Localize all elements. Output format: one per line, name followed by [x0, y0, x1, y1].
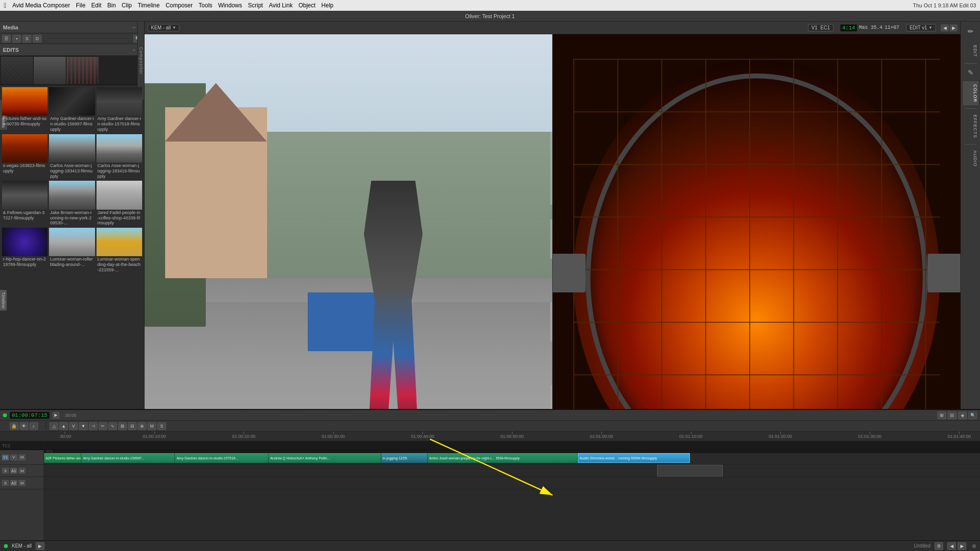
- media-detail-view[interactable]: D: [33, 35, 42, 43]
- kem-label: KEM - all: [12, 543, 32, 549]
- bottom-circle-btn[interactable]: [972, 544, 976, 548]
- edit-thumb-2[interactable]: [34, 57, 66, 84]
- menu-tools[interactable]: Tools: [198, 2, 212, 9]
- clip-jog[interactable]: m-jogging-1225i: [381, 453, 428, 463]
- media-minimize[interactable]: −: [132, 24, 136, 31]
- tl-zoom[interactable]: 🔍: [968, 411, 977, 419]
- tl-splice-btn[interactable]: V: [69, 422, 78, 430]
- menu-timeline[interactable]: Timeline: [138, 2, 160, 9]
- edits-title: EDITS: [3, 47, 19, 53]
- clip-amy2[interactable]: Amy Gardner-dancer-in-studio-157018...: [175, 453, 269, 463]
- media-item-0[interactable]: Pictures-father-and-son-90735-filmsupply: [2, 87, 48, 133]
- media-item-11[interactable]: Lumixar-woman-spending-day-at-the-beach-…: [97, 228, 142, 273]
- a1-mute[interactable]: M: [19, 468, 25, 474]
- edit-pencil-icon[interactable]: ✏: [965, 25, 977, 37]
- media-item-6[interactable]: & Fellows-ugandan-37227-filmsupply: [2, 181, 48, 226]
- tl-audio-btn[interactable]: ♪: [29, 422, 38, 430]
- media-list-view[interactable]: ☰: [2, 35, 11, 43]
- color-pencil-icon[interactable]: ✎: [965, 67, 977, 78]
- media-search[interactable]: [45, 38, 132, 40]
- media-item-4[interactable]: Carlos Asse-woman-jogging-183413-filmsup…: [49, 134, 95, 180]
- a2-mute[interactable]: M: [19, 480, 25, 486]
- bottom-next-btn[interactable]: ▶: [957, 542, 966, 550]
- edit-thumb-1[interactable]: [1, 57, 33, 84]
- media-item-2[interactable]: Amy Gardner-dancer-in-studio-157018-film…: [97, 87, 142, 133]
- a1-sync[interactable]: S: [2, 468, 9, 474]
- tl-extract-btn[interactable]: ▲: [59, 422, 68, 430]
- v1-lock[interactable]: M: [19, 455, 25, 460]
- clip-anton[interactable]: Anton Josef-woman-preparing-for-night-c.…: [428, 453, 578, 463]
- menu-clip[interactable]: Clip: [122, 2, 132, 9]
- media-item-9[interactable]: r-hip-hop-dancer-on-219789-filmsupply: [2, 228, 48, 273]
- apple-menu[interactable]: : [4, 1, 6, 9]
- tl-fade-btn[interactable]: ∿: [108, 422, 117, 430]
- tc1-header: TC1: [0, 443, 44, 448]
- mas-value: Mas 35.4: [859, 25, 882, 30]
- media-item-1[interactable]: Amy Gardner-dancer-in-studio-156997-film…: [49, 87, 95, 133]
- tl-slip-btn[interactable]: ⊞: [118, 422, 127, 430]
- duration-value: 11+07: [884, 25, 899, 30]
- tl-trim-btn[interactable]: ⊣: [89, 422, 98, 430]
- menu-bin[interactable]: Bin: [107, 2, 116, 9]
- a2-sync[interactable]: S: [2, 480, 9, 486]
- tl-play-btn[interactable]: ▶: [52, 412, 59, 419]
- edit-thumb-3[interactable]: [67, 57, 98, 84]
- tl-eye-btn[interactable]: 👁: [20, 422, 28, 430]
- clip-amy1[interactable]: Amy Gardner-dancer-in-studio-156997...: [81, 453, 175, 463]
- menu-windows[interactable]: Windows: [218, 2, 242, 9]
- sidebar-effects[interactable]: EFFECTS: [963, 112, 979, 141]
- sidebar-color[interactable]: COLOR: [963, 81, 979, 105]
- system-info: Thu Oct 1 9:18 AM Edit 03: [913, 2, 976, 8]
- tl-slide-btn[interactable]: ⊟: [128, 422, 137, 430]
- media-item-7[interactable]: Jake Brown-woman-running-in-new-york-209…: [49, 181, 95, 226]
- tl-lock-btn[interactable]: 🔒: [10, 422, 19, 430]
- media-item-8[interactable]: Jared Fadel-people-in-coffee-shop-40339-…: [97, 181, 142, 226]
- sidebar-edit[interactable]: EDIT: [963, 42, 979, 60]
- bottom-prev-btn[interactable]: ◀: [947, 542, 956, 550]
- tl-razor-btn[interactable]: ✂: [98, 422, 107, 430]
- v1-sync[interactable]: V1: [2, 455, 9, 460]
- menu-help[interactable]: Help: [321, 2, 334, 9]
- v1-monitor[interactable]: V: [10, 455, 17, 460]
- menu-avid[interactable]: Avid Media Composer: [12, 2, 70, 9]
- tl-stereo-btn[interactable]: S: [157, 422, 166, 430]
- menu-edit[interactable]: Edit: [91, 2, 101, 9]
- bottom-play-btn[interactable]: ▶: [36, 542, 45, 550]
- tl-find-btn[interactable]: ⊕: [138, 422, 147, 430]
- clip-austin[interactable]: Austin Simmons-wome... running-50994-fil…: [578, 453, 690, 463]
- tl-lift-btn[interactable]: △: [49, 422, 58, 430]
- tl-overwrite-btn[interactable]: ▼: [79, 422, 88, 430]
- kem-dropdown[interactable]: KEM - all ▼: [147, 24, 179, 31]
- menu-avidlink[interactable]: Avid Link: [269, 2, 293, 9]
- sidebar-audio[interactable]: AUDIO: [963, 147, 979, 170]
- menu-script[interactable]: Script: [248, 2, 263, 9]
- clip-a2f[interactable]: A2F Pictures-father-and-son...: [44, 453, 81, 463]
- a1-track-row: S A1 M: [0, 465, 980, 477]
- monitor-btn-2[interactable]: ▶: [950, 24, 957, 31]
- tl-btn-1[interactable]: ⊞: [937, 411, 946, 419]
- media-frame-view[interactable]: ▪: [12, 35, 21, 43]
- menu-composer[interactable]: Composer: [166, 2, 193, 9]
- media-header: Media − ×: [0, 22, 144, 33]
- media-item-10[interactable]: Lumixar-woman-rollerblading-around-...: [49, 228, 95, 273]
- bottom-settings-btn[interactable]: ⚙: [934, 542, 943, 550]
- bottom-nav-btns: ◀ ▶: [947, 542, 966, 550]
- ruler-8: 01:01:20:00: [760, 431, 801, 439]
- sidebar-divider-3: [965, 144, 977, 144]
- clip-andrew[interactable]: Andrew Q Holzschuh+ Anthony Pellin...: [269, 453, 381, 463]
- timeline-toolbar: 🔒 👁 ♪ △ ▲ V ▼ ⊣ ✂ ∿ ⊞ ⊟ ⊕ M S: [0, 421, 980, 431]
- tl-btn-2[interactable]: ⊟: [948, 411, 956, 419]
- ruler-0: :30:00: [44, 431, 86, 439]
- a2-header: S A2 M: [0, 477, 44, 489]
- tl-mono-btn[interactable]: M: [147, 422, 156, 430]
- v1-content: TC1 A2F Pictures-father-and-son... Amy G…: [44, 450, 980, 464]
- timeline-side-label: Timeline: [0, 290, 7, 311]
- media-item-5[interactable]: Carlos Asse-woman-jogging-183419-filmsup…: [97, 134, 142, 180]
- media-script-view[interactable]: S: [23, 35, 31, 43]
- tl-btn-3[interactable]: ◈: [958, 411, 967, 419]
- menu-file[interactable]: File: [76, 2, 85, 9]
- edits-minimize[interactable]: −: [132, 47, 136, 53]
- menu-object[interactable]: Object: [298, 2, 316, 9]
- monitor-btn-1[interactable]: ◀: [941, 24, 949, 31]
- media-item-3[interactable]: s-vegas-163823-filmsupply: [2, 134, 48, 180]
